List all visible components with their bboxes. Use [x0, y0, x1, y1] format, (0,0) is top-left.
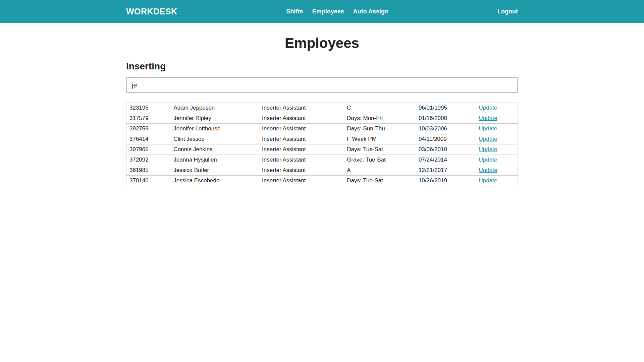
- cell-employee-id: 392759: [126, 124, 171, 134]
- cell-position: Inserter Assistant: [259, 144, 344, 155]
- employees-table: 323195 Adam Jeppesen Inserter Assistant …: [126, 103, 518, 186]
- cell-action: Update: [476, 103, 518, 113]
- update-link[interactable]: Update: [479, 105, 497, 111]
- employees-table-body: 323195 Adam Jeppesen Inserter Assistant …: [126, 103, 518, 186]
- logout-link[interactable]: Logout: [497, 8, 518, 15]
- cell-schedule: Days: Mon-Fri: [344, 113, 416, 124]
- cell-hire-date: 07/24/2014: [416, 155, 476, 165]
- update-link[interactable]: Update: [479, 157, 497, 163]
- cell-employee-id: 372092: [126, 155, 171, 165]
- cell-employee-name: Jennifer Lofthouse: [170, 124, 259, 134]
- table-row: 372092 Jeanna Hysjulien Inserter Assista…: [126, 155, 518, 165]
- cell-employee-id: 323195: [126, 103, 171, 113]
- table-row: 323195 Adam Jeppesen Inserter Assistant …: [126, 103, 518, 113]
- cell-employee-name: Connie Jenkins: [170, 144, 259, 155]
- table-row: 317579 Jennifer Ripley Inserter Assistan…: [126, 113, 518, 124]
- cell-hire-date: 12/21/2017: [416, 165, 476, 176]
- cell-schedule: Days: Sun-Thu: [344, 124, 416, 134]
- main-content: Employees Inserting 323195 Adam Jeppesen…: [126, 35, 518, 186]
- header-inner: WORKDESK Shifts Employees Auto Assign Lo…: [126, 0, 518, 23]
- cell-action: Update: [476, 144, 518, 155]
- cell-employee-name: Jennifer Ripley: [170, 113, 259, 124]
- cell-position: Inserter Assistant: [259, 134, 344, 144]
- cell-employee-name: Jessica Escobedo: [170, 176, 259, 186]
- cell-action: Update: [476, 165, 518, 176]
- nav-item-shifts[interactable]: Shifts: [286, 0, 303, 23]
- nav-item-employees[interactable]: Employees: [312, 0, 344, 23]
- cell-hire-date: 03/06/2010: [416, 144, 476, 155]
- employee-search-input[interactable]: [126, 77, 518, 93]
- cell-employee-name: Clint Jessop: [170, 134, 259, 144]
- brand-logo[interactable]: WORKDESK: [126, 7, 177, 16]
- cell-employee-id: 361985: [126, 165, 171, 176]
- update-link[interactable]: Update: [479, 167, 497, 173]
- cell-employee-id: 370140: [126, 176, 171, 186]
- cell-hire-date: 10/26/2019: [416, 176, 476, 186]
- cell-hire-date: 01/16/2000: [416, 113, 476, 124]
- cell-action: Update: [476, 124, 518, 134]
- update-link[interactable]: Update: [479, 125, 497, 132]
- cell-schedule: Days: Tue-Sat: [344, 176, 416, 186]
- cell-position: Inserter Assistant: [259, 103, 344, 113]
- cell-schedule: C: [344, 103, 416, 113]
- cell-schedule: Grave: Tue-Sat: [344, 155, 416, 165]
- section-heading: Inserting: [126, 61, 518, 72]
- table-row: 376414 Clint Jessop Inserter Assistant F…: [126, 134, 518, 144]
- update-link[interactable]: Update: [479, 115, 497, 121]
- update-link[interactable]: Update: [479, 177, 497, 184]
- main-nav-wrap: Shifts Employees Auto Assign: [177, 0, 497, 23]
- table-row: 361985 Jessica Butler Inserter Assistant…: [126, 165, 518, 176]
- page-title: Employees: [126, 35, 518, 52]
- cell-employee-id: 317579: [126, 113, 171, 124]
- cell-employee-name: Adam Jeppesen: [170, 103, 259, 113]
- table-row: 307965 Connie Jenkins Inserter Assistant…: [126, 144, 518, 155]
- cell-employee-id: 376414: [126, 134, 171, 144]
- cell-hire-date: 04/11/2009: [416, 134, 476, 144]
- cell-schedule: F Week PM: [344, 134, 416, 144]
- table-row: 392759 Jennifer Lofthouse Inserter Assis…: [126, 124, 518, 134]
- cell-action: Update: [476, 113, 518, 124]
- update-link[interactable]: Update: [479, 136, 497, 142]
- cell-hire-date: 10/03/2006: [416, 124, 476, 134]
- cell-employee-name: Jeanna Hysjulien: [170, 155, 259, 165]
- cell-position: Inserter Assistant: [259, 176, 344, 186]
- cell-action: Update: [476, 155, 518, 165]
- cell-position: Inserter Assistant: [259, 165, 344, 176]
- cell-employee-id: 307965: [126, 144, 171, 155]
- main-nav: Shifts Employees Auto Assign: [286, 0, 388, 23]
- table-row: 370140 Jessica Escobedo Inserter Assista…: [126, 176, 518, 186]
- cell-position: Inserter Assistant: [259, 155, 344, 165]
- cell-schedule: Days: Tue-Sat: [344, 144, 416, 155]
- cell-schedule: A: [344, 165, 416, 176]
- app-header: WORKDESK Shifts Employees Auto Assign Lo…: [0, 0, 644, 23]
- nav-item-auto-assign[interactable]: Auto Assign: [353, 0, 388, 23]
- update-link[interactable]: Update: [479, 146, 497, 153]
- cell-action: Update: [476, 176, 518, 186]
- cell-action: Update: [476, 134, 518, 144]
- cell-hire-date: 06/01/1995: [416, 103, 476, 113]
- cell-position: Inserter Assistant: [259, 113, 344, 124]
- cell-position: Inserter Assistant: [259, 124, 344, 134]
- cell-employee-name: Jessica Butler: [170, 165, 259, 176]
